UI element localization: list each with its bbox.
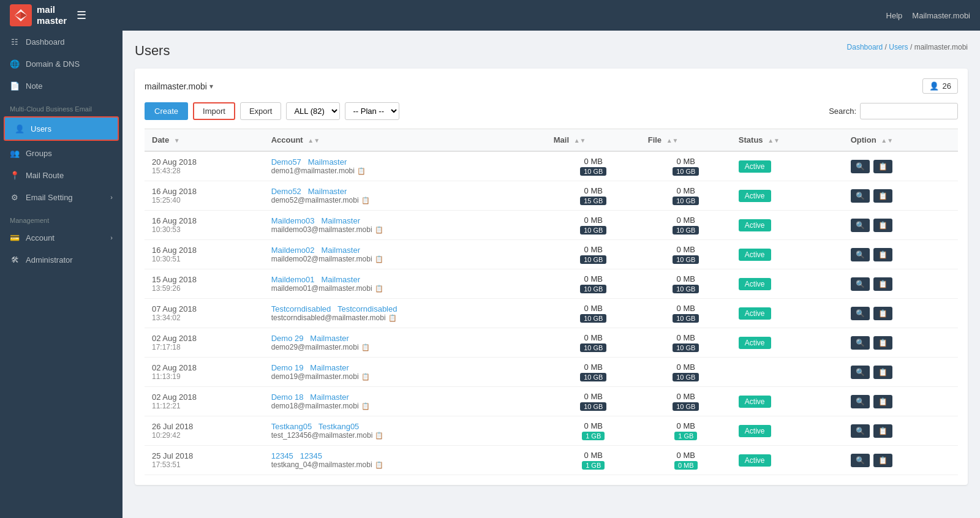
- account-name1[interactable]: Demo 29: [271, 334, 304, 343]
- account-name2[interactable]: Mailmaster: [308, 157, 347, 167]
- domain-selector[interactable]: mailmaster.mobi ▾: [145, 81, 213, 91]
- sidebar-item-email-setting[interactable]: ⚙ Email Setting ›: [0, 186, 123, 208]
- copy-icon[interactable]: 📋: [375, 432, 383, 440]
- copy-icon[interactable]: 📋: [388, 314, 397, 322]
- account-name1[interactable]: Demo57: [271, 157, 301, 167]
- col-option[interactable]: Option ▲▼: [843, 129, 958, 152]
- sidebar-item-dashboard[interactable]: ☷ Dashboard: [0, 31, 123, 53]
- view-button[interactable]: 🔍: [851, 277, 870, 291]
- view-button[interactable]: 🔍: [851, 160, 870, 173]
- account-name2[interactable]: Mailmaster: [321, 275, 360, 284]
- sidebar-item-administrator[interactable]: 🛠 Administrator: [0, 249, 123, 271]
- account-name2[interactable]: Testkang05: [318, 422, 360, 431]
- copy-icon[interactable]: 📋: [375, 255, 383, 263]
- email-value: demo19@mailmaster.mobi: [271, 372, 359, 381]
- view-button[interactable]: 🔍: [851, 189, 870, 203]
- edit-button[interactable]: 📋: [873, 454, 892, 467]
- mail-mb: 0 MB: [554, 451, 633, 460]
- section-management: Management: [0, 208, 123, 227]
- layout: ☷ Dashboard 🌐 Domain & DNS 📄 Note Multi-…: [0, 31, 980, 518]
- hamburger-menu[interactable]: ☰: [77, 9, 86, 22]
- edit-button[interactable]: 📋: [873, 307, 892, 320]
- breadcrumb-dashboard[interactable]: Dashboard: [847, 43, 883, 51]
- table-row: 16 Aug 2018 10:30:53 Maildemo03 Mailmast…: [145, 211, 958, 240]
- account-name1[interactable]: 12345: [271, 451, 293, 460]
- edit-button[interactable]: 📋: [873, 424, 892, 438]
- search-input[interactable]: [860, 103, 958, 119]
- col-account[interactable]: Account ▲▼: [264, 129, 546, 152]
- view-button[interactable]: 🔍: [851, 336, 870, 350]
- mail-quota-badge: 10 GB: [580, 402, 606, 411]
- sidebar-item-users[interactable]: 👤 Users: [4, 116, 119, 141]
- view-button[interactable]: 🔍: [851, 395, 870, 408]
- account-name1[interactable]: Testkang05: [271, 422, 312, 431]
- account-name2[interactable]: Mailmaster: [321, 216, 360, 225]
- cell-file: 0 MB 10 GB: [641, 240, 731, 269]
- account-name1[interactable]: Maildemo03: [271, 216, 315, 225]
- cell-file: 0 MB 10 GB: [641, 328, 731, 358]
- edit-button[interactable]: 📋: [873, 189, 892, 203]
- view-button[interactable]: 🔍: [851, 219, 870, 232]
- copy-icon[interactable]: 📋: [375, 226, 383, 234]
- copy-icon[interactable]: 📋: [357, 167, 366, 175]
- cell-option: 🔍 📋: [843, 387, 958, 416]
- cell-option: 🔍 📋: [843, 299, 958, 328]
- account-name1[interactable]: Testcorndisabled: [271, 304, 331, 313]
- help-link[interactable]: Help: [886, 11, 903, 20]
- account-name1[interactable]: Maildemo01: [271, 275, 315, 284]
- account-name1[interactable]: Maildemo02: [271, 246, 315, 255]
- account-name1[interactable]: Demo52: [271, 187, 301, 196]
- copy-icon[interactable]: 📋: [361, 402, 370, 410]
- copy-icon[interactable]: 📋: [361, 197, 370, 205]
- view-button[interactable]: 🔍: [851, 454, 870, 467]
- col-date[interactable]: Date ▼: [145, 129, 264, 152]
- plan-filter-select[interactable]: -- Plan --: [345, 102, 399, 120]
- edit-button[interactable]: 📋: [873, 160, 892, 173]
- sidebar-item-groups[interactable]: 👥 Groups: [0, 142, 123, 164]
- col-mail[interactable]: Mail ▲▼: [546, 129, 641, 152]
- col-status[interactable]: Status ▲▼: [731, 129, 843, 152]
- account-name2[interactable]: Mailmaster: [310, 363, 349, 372]
- view-button[interactable]: 🔍: [851, 307, 870, 320]
- import-button[interactable]: Import: [193, 102, 235, 120]
- breadcrumb-users[interactable]: Users: [889, 43, 908, 51]
- copy-icon[interactable]: 📋: [375, 285, 383, 293]
- account-name2[interactable]: 12345: [300, 451, 322, 460]
- create-button[interactable]: Create: [145, 102, 188, 120]
- edit-button[interactable]: 📋: [873, 366, 892, 379]
- edit-button[interactable]: 📋: [873, 277, 892, 291]
- date-value: 25 Jul 2018: [152, 451, 257, 460]
- cell-status: Active: [731, 299, 843, 328]
- breadcrumb: Dashboard / Users / mailmaster.mobi: [847, 43, 968, 51]
- copy-icon[interactable]: 📋: [361, 343, 370, 351]
- sidebar-item-domain-dns[interactable]: 🌐 Domain & DNS: [0, 53, 123, 75]
- edit-button[interactable]: 📋: [873, 248, 892, 261]
- sidebar-item-note[interactable]: 📄 Note: [0, 75, 123, 97]
- copy-icon[interactable]: 📋: [361, 373, 370, 381]
- view-button[interactable]: 🔍: [851, 248, 870, 261]
- file-mb: 0 MB: [648, 333, 724, 342]
- sidebar-item-mail-route[interactable]: 📍 Mail Route: [0, 164, 123, 186]
- file-quota-badge: 10 GB: [673, 402, 699, 411]
- account-name2[interactable]: Testcorndisabled: [337, 304, 398, 313]
- user-count-value: 26: [943, 81, 951, 91]
- account-name1[interactable]: Demo 19: [271, 363, 304, 372]
- date-value: 15 Aug 2018: [152, 275, 257, 284]
- col-file[interactable]: File ▲▼: [641, 129, 731, 152]
- view-button[interactable]: 🔍: [851, 424, 870, 438]
- view-button[interactable]: 🔍: [851, 366, 870, 379]
- all-filter-select[interactable]: ALL (82): [286, 102, 340, 120]
- account-name2[interactable]: Mailmaster: [321, 246, 360, 255]
- edit-button[interactable]: 📋: [873, 336, 892, 350]
- account-name2[interactable]: Mailmaster: [310, 334, 349, 343]
- copy-icon[interactable]: 📋: [375, 461, 383, 469]
- edit-button[interactable]: 📋: [873, 219, 892, 232]
- file-quota-badge: 10 GB: [673, 314, 699, 323]
- account-name2[interactable]: Mailmaster: [310, 392, 349, 402]
- export-button[interactable]: Export: [240, 102, 282, 120]
- account-name1[interactable]: Demo 18: [271, 392, 304, 402]
- sidebar-item-account[interactable]: 💳 Account ›: [0, 227, 123, 249]
- account-name2[interactable]: Mailmaster: [308, 187, 347, 196]
- cell-mail: 0 MB 10 GB: [546, 211, 641, 240]
- edit-button[interactable]: 📋: [873, 395, 892, 408]
